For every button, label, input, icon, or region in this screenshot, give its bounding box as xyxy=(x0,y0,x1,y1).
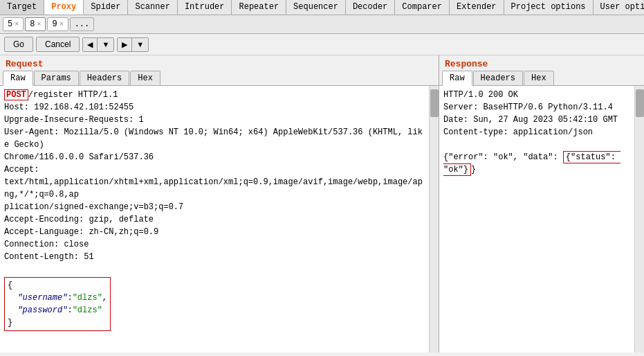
tab-project-options[interactable]: Project options xyxy=(504,0,594,15)
request-scrollbar[interactable] xyxy=(429,86,439,353)
tab-comparer[interactable]: Comparer xyxy=(395,0,450,15)
response-scrollbar-thumb xyxy=(636,89,644,117)
next-button[interactable]: ▶ xyxy=(118,38,131,51)
sub-tab-8[interactable]: 8 × xyxy=(25,17,46,31)
prev-button[interactable]: ◀ xyxy=(83,38,97,51)
request-tabs: Raw Params Headers Hex xyxy=(0,71,439,86)
request-json-body: { "username":"dlzs", "password":"dlzs" } xyxy=(4,277,111,331)
request-tab-raw[interactable]: Raw xyxy=(3,71,33,86)
go-button[interactable]: Go xyxy=(4,37,33,52)
toolbar: Go Cancel ◀ ▼ ▶ ▼ xyxy=(0,34,644,55)
response-content-area: HTTP/1.0 200 OK Server: BaseHTTP/0.6 Pyt… xyxy=(439,86,644,353)
request-panel: Request Raw Params Headers Hex POST/regi… xyxy=(0,55,439,353)
request-tab-hex[interactable]: Hex xyxy=(130,71,160,85)
response-text[interactable]: HTTP/1.0 200 OK Server: BaseHTTP/0.6 Pyt… xyxy=(439,86,634,353)
tab-target[interactable]: Target xyxy=(0,0,44,15)
tab-proxy[interactable]: Proxy xyxy=(44,0,84,15)
sub-tab-5[interactable]: 5 × xyxy=(3,17,24,31)
close-icon-5[interactable]: × xyxy=(15,21,19,28)
sub-tab-9-label: 9 xyxy=(52,19,57,29)
json-val-password: "dlzs" xyxy=(73,305,102,315)
request-title: Request xyxy=(0,55,439,71)
response-json-prefix: {"error": "ok", "data": xyxy=(443,152,563,162)
main-content: Request Raw Params Headers Hex POST/regi… xyxy=(0,55,644,353)
request-text[interactable]: POST/register HTTP/1.1 Host: 192.168.42.… xyxy=(0,86,429,353)
request-content-area: POST/register HTTP/1.1 Host: 192.168.42.… xyxy=(0,86,439,353)
prev-nav-group: ◀ ▼ xyxy=(82,37,114,52)
response-title: Response xyxy=(439,55,644,71)
json-key-username: "username" xyxy=(17,293,67,303)
prev-dropdown-button[interactable]: ▼ xyxy=(97,38,113,51)
tab-intruder[interactable]: Intruder xyxy=(178,0,232,15)
next-nav-group: ▶ ▼ xyxy=(117,37,149,52)
tab-repeater[interactable]: Repeater xyxy=(232,0,286,15)
cancel-button[interactable]: Cancel xyxy=(36,37,80,52)
response-tabs: Raw Headers Hex xyxy=(439,71,644,86)
sub-tab-5-label: 5 xyxy=(8,19,12,29)
response-json-suffix: } xyxy=(471,165,476,175)
request-line-1: /register HTTP/1.1 Host: 192.168.42.101:… xyxy=(4,90,423,262)
sub-tab-9[interactable]: 9 × xyxy=(47,17,68,31)
sub-tab-more[interactable]: ... xyxy=(70,17,95,31)
response-tab-hex[interactable]: Hex xyxy=(524,71,554,85)
next-dropdown-button[interactable]: ▼ xyxy=(131,38,148,51)
tab-spider[interactable]: Spider xyxy=(84,0,128,15)
sub-tabs-row: 5 × 8 × 9 × ... xyxy=(0,15,644,34)
response-panel: Response Raw Headers Hex HTTP/1.0 200 OK… xyxy=(439,55,644,353)
tab-user-options[interactable]: User options xyxy=(594,0,644,15)
request-tab-headers[interactable]: Headers xyxy=(80,71,129,85)
main-nav: Target Proxy Spider Scanner Intruder Rep… xyxy=(0,0,644,15)
response-scrollbar[interactable] xyxy=(634,86,644,353)
tab-scanner[interactable]: Scanner xyxy=(128,0,177,15)
json-key-password: "password" xyxy=(17,305,67,315)
post-label: POST xyxy=(4,89,28,100)
response-tab-headers[interactable]: Headers xyxy=(473,71,523,85)
tab-extender[interactable]: Extender xyxy=(450,0,504,15)
tab-decoder[interactable]: Decoder xyxy=(346,0,395,15)
json-val-username: "dlzs" xyxy=(73,293,102,303)
response-tab-raw[interactable]: Raw xyxy=(442,71,472,86)
close-icon-9[interactable]: × xyxy=(59,21,64,28)
response-lines: HTTP/1.0 200 OK Server: BaseHTTP/0.6 Pyt… xyxy=(443,90,618,137)
request-scrollbar-thumb xyxy=(430,89,439,117)
tab-sequencer[interactable]: Sequencer xyxy=(286,0,346,15)
request-tab-params[interactable]: Params xyxy=(34,71,79,85)
close-icon-8[interactable]: × xyxy=(37,21,41,28)
sub-tab-8-label: 8 xyxy=(30,19,35,29)
